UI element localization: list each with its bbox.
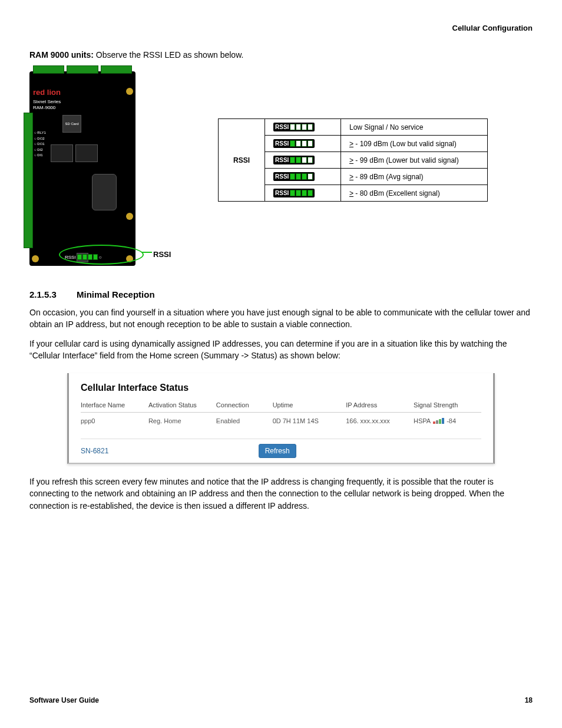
section-title: Minimal Reception	[77, 289, 155, 299]
rssi-indicator-2: RSSI	[265, 152, 341, 169]
cellular-status-panel: Cellular Interface Status Interface Name…	[67, 373, 495, 464]
rssi-annotation-line	[141, 252, 152, 253]
top-terminals	[33, 65, 132, 74]
section-number: 2.1.5.3	[29, 289, 57, 299]
col-conn: Connection	[216, 401, 273, 409]
signal-bars-icon	[433, 418, 444, 424]
intro-bold: RAM 9000 units:	[29, 50, 94, 60]
rssi-indicator-4: RSSI	[265, 185, 341, 202]
col-status: Activation Status	[148, 401, 216, 409]
rssi-desc-4: > - 80 dBm (Excellent signal)	[341, 185, 488, 202]
serial-port	[92, 174, 117, 210]
series-label: Sixnet Series RAM-9000	[33, 99, 132, 110]
rssi-callout-label: RSSI	[153, 250, 171, 259]
rssi-desc-3: > - 89 dBm (Avg signal)	[341, 169, 488, 185]
panel-title: Cellular Interface Status	[81, 383, 481, 393]
eth-port-e1	[75, 144, 98, 162]
val-status: Reg. Home	[148, 417, 216, 424]
col-signal: Signal Strength	[414, 401, 481, 409]
intro-rest: Observe the RSSI LED as shown below.	[94, 50, 243, 60]
val-iface: ppp0	[81, 417, 148, 424]
sma-connector-icon	[32, 255, 39, 262]
footer-right: 18	[525, 696, 533, 704]
body-para-3: If you refresh this screen every few min…	[29, 476, 533, 512]
val-uptime: 0D 7H 11M 14S	[273, 417, 346, 424]
rssi-desc-0: Low Signal / No service	[341, 119, 488, 136]
panel-header-row: Interface Name Activation Status Connect…	[81, 401, 481, 413]
panel-data-row: ppp0 Reg. Home Enabled 0D 7H 11M 14S 166…	[81, 416, 481, 435]
io-status-labels: ○ RLY1 ○ DO2 ○ DO1 ○ DI2 ○ DI1	[34, 130, 46, 159]
page-footer: Software User Guide 18	[29, 696, 533, 704]
sma-connector-icon	[126, 255, 133, 262]
sma-connector-icon	[126, 88, 133, 95]
body-para-2: If your cellular card is using dynamical…	[29, 338, 533, 362]
ethernet-ports	[51, 144, 132, 162]
device-figure: red lion Sixnet Series RAM-9000 SD Card …	[29, 71, 183, 266]
panel-footer: SN-6821 Refresh	[81, 439, 481, 458]
intro-paragraph: RAM 9000 units: Observe the RSSI LED as …	[29, 50, 533, 60]
rssi-indicator-1: RSSI	[265, 136, 341, 152]
ram9000-device: red lion Sixnet Series RAM-9000 SD Card …	[29, 71, 135, 266]
rssi-desc-2: > - 99 dBm (Lower but valid signal)	[341, 152, 488, 169]
rssi-desc-1: > - 109 dBm (Low but valid signal)	[341, 136, 488, 152]
col-iface: Interface Name	[81, 401, 148, 409]
sma-connector-icon	[126, 213, 133, 220]
refresh-button[interactable]: Refresh	[259, 444, 296, 458]
serial-number: SN-6821	[81, 447, 108, 455]
figure-row: red lion Sixnet Series RAM-9000 SD Card …	[29, 71, 533, 266]
val-ip: 166. xxx.xx.xxx	[346, 417, 414, 424]
rssi-signal-table: RSSI RSSI Low Signal / No service RSSI >…	[218, 118, 488, 202]
rssi-led-strip: RSSI ○	[65, 254, 102, 260]
rssi-row-header: RSSI	[219, 119, 265, 202]
eth-port-e0	[51, 144, 73, 162]
col-uptime: Uptime	[273, 401, 346, 409]
sd-card-slot: SD Card	[62, 115, 81, 133]
brand-logo: red lion	[33, 88, 132, 97]
footer-left: Software User Guide	[29, 696, 99, 704]
left-terminals	[24, 113, 33, 248]
val-signal: HSPA -84	[414, 417, 481, 424]
col-ip: IP Address	[346, 401, 414, 409]
rssi-indicator-0: RSSI	[265, 119, 341, 136]
val-conn: Enabled	[216, 417, 273, 424]
body-para-1: On occasion, you can find yourself in a …	[29, 307, 533, 331]
section-heading: 2.1.5.3 Minimal Reception	[29, 289, 533, 299]
page-header-right: Cellular Configuration	[29, 24, 533, 32]
rssi-indicator-3: RSSI	[265, 169, 341, 185]
